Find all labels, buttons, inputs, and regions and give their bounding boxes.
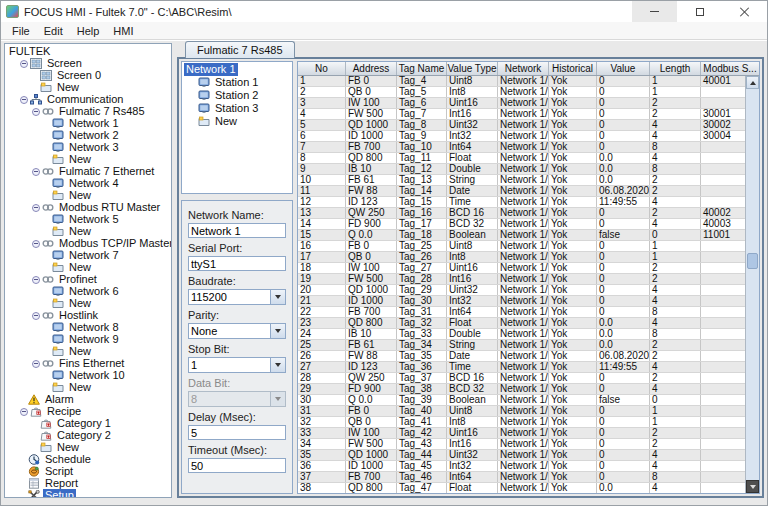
table-row[interactable]: 37FB 700Tag_46Int64Network 1/...Yok08: [298, 472, 745, 483]
delay-msec-input[interactable]: [188, 425, 286, 440]
sidebar-item-screen-0-2[interactable]: Screen 0: [5, 69, 171, 81]
table-row[interactable]: 38QD 800Tag_47FloatNetwork 1/...Yok0.04: [298, 483, 745, 493]
network-tree-item-station-3[interactable]: Station 3: [182, 102, 292, 115]
table-row[interactable]: 11FW 88Tag_14DateNetwork 1/...Yok06.08.2…: [298, 186, 745, 197]
tab-fulmatic-7-rs485[interactable]: Fulmatic 7 Rs485: [185, 41, 295, 58]
table-row[interactable]: 2QB 0Tag_5Int8Network 1/...Yok01: [298, 87, 745, 98]
serial-port-input[interactable]: [188, 256, 286, 271]
sidebar-item-network-8-23[interactable]: Network 8: [5, 321, 171, 333]
sidebar-item-hostlink-22[interactable]: Hostlink: [5, 309, 171, 321]
sidebar-item-recipe[interactable]: Recipe: [5, 405, 171, 417]
sidebar-item-screen[interactable]: Screen: [5, 57, 171, 69]
minimize-button[interactable]: [632, 1, 677, 22]
scrollbar-track[interactable]: [746, 89, 759, 480]
table-row[interactable]: 31FB 0Tag_40Uint8Network 1/...Yok01: [298, 406, 745, 417]
sidebar-item-report[interactable]: Report: [5, 477, 171, 489]
menu-help[interactable]: Help: [70, 24, 107, 38]
table-row[interactable]: 19FW 500Tag_28Int16Network 1/...Yok02: [298, 274, 745, 285]
table-row[interactable]: 29FD 900Tag_38BCD 32Network 1/...Yok04: [298, 384, 745, 395]
expand-toggle-icon[interactable]: [31, 311, 40, 320]
sidebar-item-fulmatic-7-ethernet-10[interactable]: Fulmatic 7 Ethernet: [5, 165, 171, 177]
sidebar-item-fulmatic-7-rs485-5[interactable]: Fulmatic 7 Rs485: [5, 105, 171, 117]
expand-toggle-icon[interactable]: [19, 59, 28, 68]
expand-toggle-icon[interactable]: [31, 203, 40, 212]
sidebar-item-schedule[interactable]: Schedule: [5, 453, 171, 465]
network-tree-item-new[interactable]: New: [182, 115, 292, 128]
column-header-address[interactable]: Address: [346, 62, 397, 75]
table-row[interactable]: 26FW 88Tag_35DateNetwork 1/...Yok06.08.2…: [298, 351, 745, 362]
table-row[interactable]: 13QW 250Tag_16BCD 16Network 1/...Yok0240…: [298, 208, 745, 219]
table-row[interactable]: 36ID 1000Tag_45Int32Network 1/...Yok04: [298, 461, 745, 472]
scroll-up-button[interactable]: [746, 76, 759, 89]
sidebar-item-network-5-14[interactable]: Network 5: [5, 213, 171, 225]
table-row[interactable]: 1FB 0Tag_4Uint8Network 1/...Yok0140001: [298, 76, 745, 87]
sidebar-item-new-21[interactable]: New: [5, 297, 171, 309]
sidebar-item-fins-ethernet-26[interactable]: Fins Ethernet: [5, 357, 171, 369]
column-header-no[interactable]: No: [298, 62, 346, 75]
stop-bit-dropdown[interactable]: 1: [188, 357, 286, 373]
table-row[interactable]: 35QD 1000Tag_44Uint32Network 1/...Yok04: [298, 450, 745, 461]
table-row[interactable]: 10FB 61Tag_13StringNetwork 1/...Yok0.02: [298, 175, 745, 186]
expand-toggle-icon[interactable]: [19, 95, 28, 104]
sidebar-item-category-2-32[interactable]: Category 2: [5, 429, 171, 441]
column-header-length[interactable]: Length: [650, 62, 701, 75]
sidebar-item-new-25[interactable]: New: [5, 345, 171, 357]
expand-toggle-icon[interactable]: [31, 107, 40, 116]
expand-toggle-icon[interactable]: [19, 407, 28, 416]
table-row[interactable]: 30Q 0.0Tag_39BooleanNetwork 1/...Yokfals…: [298, 395, 745, 406]
table-row[interactable]: 33IW 100Tag_42Uint16Network 1/...Yok02: [298, 428, 745, 439]
table-row[interactable]: 6ID 1000Tag_9Int32Network 1/...Yok043000…: [298, 131, 745, 142]
sidebar-item-new-3[interactable]: New: [5, 81, 171, 93]
table-row[interactable]: 28QW 250Tag_37BCD 16Network 1/...Yok02: [298, 373, 745, 384]
sidebar-item-script[interactable]: Script: [5, 465, 171, 477]
scrollbar-thumb[interactable]: [747, 253, 758, 269]
close-button[interactable]: [722, 1, 767, 22]
table-row[interactable]: 17QB 0Tag_26Int8Network 1/...Yok01: [298, 252, 745, 263]
column-header-modbus-s[interactable]: Modbus S...: [701, 62, 759, 75]
table-row[interactable]: 5QD 1000Tag_8Uint32Network 1/...Yok04300…: [298, 120, 745, 131]
table-row[interactable]: 14FD 900Tag_17BCD 32Network 1/...Yok0440…: [298, 219, 745, 230]
expand-toggle-icon[interactable]: [31, 359, 40, 368]
sidebar-item-modbus-rtu-master-13[interactable]: Modbus RTU Master: [5, 201, 171, 213]
sidebar-item-network-2-7[interactable]: Network 2: [5, 129, 171, 141]
column-header-value[interactable]: Value: [597, 62, 650, 75]
table-row[interactable]: 24IB 10Tag_33DoubleNetwork 1/...Yok0.08: [298, 329, 745, 340]
table-row[interactable]: 7FB 700Tag_10Int64Network 1/...Yok08: [298, 142, 745, 153]
table-row[interactable]: 27ID 123Tag_36TimeNetwork 1/...Yok11:49:…: [298, 362, 745, 373]
sidebar-item-network-3-8[interactable]: Network 3: [5, 141, 171, 153]
table-row[interactable]: 25FB 61Tag_34StringNetwork 1/...Yok0.02: [298, 340, 745, 351]
table-row[interactable]: 8QD 800Tag_11FloatNetwork 1/...Yok0.04: [298, 153, 745, 164]
sidebar-item-network-7-17[interactable]: Network 7: [5, 249, 171, 261]
table-row[interactable]: 9IB 10Tag_12DoubleNetwork 1/...Yok0.08: [298, 164, 745, 175]
timeout-msec-input[interactable]: [188, 458, 286, 473]
sidebar-item-fultek[interactable]: FULTEK: [5, 45, 171, 57]
sidebar-item-new-28[interactable]: New: [5, 381, 171, 393]
network-name-input[interactable]: [188, 223, 286, 238]
sidebar-item-category-1-31[interactable]: Category 1: [5, 417, 171, 429]
sidebar-item-new-12[interactable]: New: [5, 189, 171, 201]
menu-edit[interactable]: Edit: [37, 24, 70, 38]
sidebar-item-new-9[interactable]: New: [5, 153, 171, 165]
expand-toggle-icon[interactable]: [31, 167, 40, 176]
network-tree-root[interactable]: Network 1: [182, 63, 292, 76]
baudrate-dropdown[interactable]: 115200: [188, 289, 286, 305]
sidebar-item-communication[interactable]: Communication: [5, 93, 171, 105]
table-row[interactable]: 32QB 0Tag_41Int8Network 1/...Yok01: [298, 417, 745, 428]
sidebar-item-network-9-24[interactable]: Network 9: [5, 333, 171, 345]
sidebar-item-new-33[interactable]: New: [5, 441, 171, 453]
column-header-historical[interactable]: Historical: [549, 62, 597, 75]
table-row[interactable]: 3IW 100Tag_6Uint16Network 1/...Yok02: [298, 98, 745, 109]
sidebar-item-setup[interactable]: Setup: [5, 489, 171, 498]
sidebar-item-modbus-tcp-ip-master-16[interactable]: Modbus TCP/IP Master: [5, 237, 171, 249]
sidebar-item-alarm[interactable]: Alarm: [5, 393, 171, 405]
expand-toggle-icon[interactable]: [31, 275, 40, 284]
expand-toggle-icon[interactable]: [31, 239, 40, 248]
sidebar-item-new-15[interactable]: New: [5, 225, 171, 237]
column-header-tag-name[interactable]: Tag Name: [397, 62, 447, 75]
column-header-network[interactable]: Network: [498, 62, 549, 75]
menu-hmi[interactable]: HMI: [106, 24, 140, 38]
sidebar-item-network-4-11[interactable]: Network 4: [5, 177, 171, 189]
table-vertical-scrollbar[interactable]: [745, 76, 759, 493]
maximize-button[interactable]: [677, 1, 722, 22]
sidebar-item-profinet-19[interactable]: Profinet: [5, 273, 171, 285]
